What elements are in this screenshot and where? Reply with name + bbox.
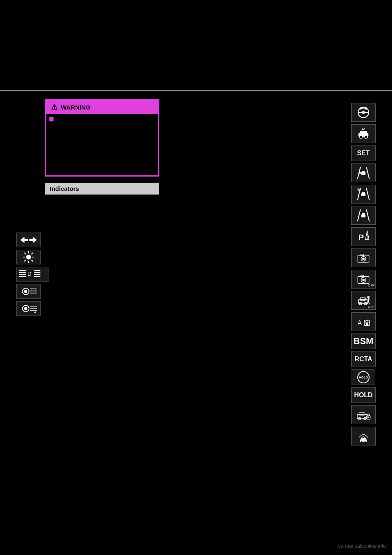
svg-point-87 xyxy=(361,441,363,443)
warning-triangle-icon: ⚠ xyxy=(51,103,58,112)
lane-departure-1-icon xyxy=(351,163,376,182)
auto-parking-icon: A xyxy=(351,312,376,331)
set-icon: SET xyxy=(351,145,376,161)
auto-headlight-icon: A xyxy=(16,301,41,316)
svg-rect-86 xyxy=(361,438,365,440)
svg-point-70 xyxy=(367,296,370,298)
headlight-icon xyxy=(16,284,41,299)
warning-body xyxy=(46,114,158,175)
svg-point-2 xyxy=(26,255,31,260)
turn-signal-icon xyxy=(16,233,41,247)
set-label: SET xyxy=(357,150,370,157)
warning-dot xyxy=(49,117,53,121)
hold-circle-label: HOLD xyxy=(359,376,368,379)
top-area xyxy=(0,0,392,90)
svg-line-51 xyxy=(366,210,369,222)
svg-line-50 xyxy=(358,210,361,222)
svg-rect-67 xyxy=(360,298,365,300)
svg-text:A: A xyxy=(358,320,362,327)
svg-rect-53 xyxy=(362,213,365,215)
svg-point-88 xyxy=(364,441,366,443)
svg-line-7 xyxy=(24,253,26,255)
svg-point-57 xyxy=(367,237,368,239)
svg-text:A: A xyxy=(34,310,36,314)
warning-header: ⚠ WARNING xyxy=(46,100,158,114)
page-container: ⚠ WARNING Indicators xyxy=(0,0,392,555)
svg-marker-1 xyxy=(29,237,37,243)
hold-label: HOLD xyxy=(354,392,372,399)
svg-point-64 xyxy=(362,279,365,281)
vehicle-stability-icon xyxy=(351,124,376,143)
indicators-label: Indicators xyxy=(50,185,79,192)
rcta-icon: RCTA xyxy=(351,351,376,367)
left-indicators: D xyxy=(12,207,339,316)
wireless-connect-icon xyxy=(351,427,376,445)
indicator-icons-list: D xyxy=(16,233,339,316)
svg-rect-42 xyxy=(362,171,365,172)
hold-text-icon: HOLD xyxy=(351,387,376,403)
svg-point-26 xyxy=(24,307,27,310)
vehicle-off-label: OFF xyxy=(368,305,374,309)
section-square xyxy=(16,219,22,225)
high-beam-assist-icon: D xyxy=(16,267,49,282)
steering-assist-icon xyxy=(351,103,376,122)
svg-line-9 xyxy=(31,253,33,255)
left-content: ⚠ WARNING Indicators xyxy=(12,99,339,445)
svg-rect-78 xyxy=(366,322,368,325)
bsm-icon: BSM xyxy=(351,333,376,349)
svg-point-37 xyxy=(359,135,362,138)
indicators-bar: Indicators xyxy=(45,183,159,195)
svg-point-21 xyxy=(24,290,27,293)
right-icons-column: SET xyxy=(347,99,380,445)
svg-point-84 xyxy=(368,416,369,418)
warning-box: ⚠ WARNING xyxy=(45,99,159,177)
svg-line-74 xyxy=(368,302,370,304)
camera-off-icon: OFF xyxy=(351,270,376,289)
camera-off-label: OFF xyxy=(368,284,374,287)
svg-marker-0 xyxy=(20,237,28,243)
parking-alert-icon: P xyxy=(351,227,376,246)
lane-departure-3-icon xyxy=(351,206,376,225)
lane-departure-2-icon xyxy=(351,185,376,204)
watermark: carmanualsonline.info xyxy=(338,543,386,549)
hold-circle-icon: HOLD xyxy=(352,369,375,385)
svg-text:P: P xyxy=(359,233,364,242)
rcta-label: RCTA xyxy=(354,356,372,363)
svg-rect-36 xyxy=(360,131,367,134)
brightness-icon xyxy=(16,250,41,264)
hold-circle-inner: HOLD xyxy=(357,371,370,383)
main-content: ⚠ WARNING Indicators xyxy=(0,91,392,454)
svg-line-45 xyxy=(366,188,369,200)
vehicle-off-icon: OFF xyxy=(351,291,376,310)
vehicle-lock-icon xyxy=(351,405,376,424)
svg-line-10 xyxy=(24,260,26,262)
svg-line-40 xyxy=(366,167,369,179)
camera-icon xyxy=(351,248,376,267)
svg-point-60 xyxy=(362,257,365,260)
svg-rect-47 xyxy=(362,192,365,194)
svg-text:D: D xyxy=(27,271,31,277)
warning-label: WARNING xyxy=(61,104,91,111)
svg-line-8 xyxy=(31,260,33,262)
svg-point-38 xyxy=(365,135,368,138)
watermark-text: carmanualsonline.info xyxy=(338,543,386,549)
bsm-label: BSM xyxy=(354,336,374,347)
svg-point-32 xyxy=(362,111,365,114)
